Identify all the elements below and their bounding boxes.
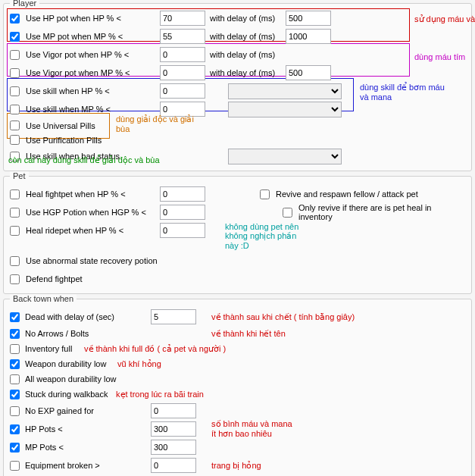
univ-pills-checkbox[interactable] [10, 121, 20, 130]
abnormal-checkbox[interactable] [10, 256, 20, 266]
mp-pot-value[interactable] [160, 29, 205, 44]
equip-broken-checkbox[interactable] [10, 461, 20, 471]
mp-pot-delay[interactable] [286, 29, 331, 44]
mp-pots-label: MP Pots < [25, 443, 64, 452]
no-exp-checkbox[interactable] [10, 406, 20, 416]
annotation-dead: về thành sau khi chết ( tính bằng giây) [211, 312, 355, 322]
no-exp-label: No EXP gained for [25, 406, 94, 415]
annotation-weapon: vũ khí hỏng [117, 359, 161, 369]
mp-pot-delay-label: with delay of (ms) [210, 32, 286, 41]
backtown-group-title: Back town when [10, 294, 77, 303]
skill-hp-select[interactable] [228, 83, 342, 99]
heal-fightpet-label: Heal fightpet when HP % < [26, 189, 126, 199]
skill-hp-value[interactable] [160, 83, 205, 99]
hgp-label: Use HGP Potion when HGP % < [26, 208, 146, 217]
hp-pot-checkbox[interactable] [10, 14, 20, 23]
annotation-pet-note: không dùng pet nên không nghịch phần này… [225, 222, 298, 250]
hgp-checkbox[interactable] [10, 208, 20, 218]
no-arrows-checkbox[interactable] [10, 329, 20, 339]
mp-pot-checkbox[interactable] [10, 32, 20, 42]
annotation-equip: trang bị hỏng [211, 461, 261, 471]
pet-group-title: Pet [10, 171, 29, 180]
skill-mp-label: Use skill when MP % < [26, 105, 111, 114]
mp-pots-value[interactable] [151, 440, 196, 455]
vigor-mp-value[interactable] [160, 65, 205, 80]
skill-bad-select[interactable] [228, 149, 342, 164]
skill-hp-checkbox[interactable] [10, 86, 20, 96]
annotation-badskill: còn cái này dùng skill để giải độc và bù… [8, 155, 160, 165]
heal-fightpet-value[interactable] [160, 186, 205, 202]
annotation-stuck: kẹt trong lúc ra bãi train [116, 390, 204, 399]
stuck-label: Stuck during walkback [25, 390, 108, 399]
annotation-inv: về thành khi full đồ ( cả pet và người ) [84, 344, 226, 354]
hp-pot-label: Use HP pot when HP % < [26, 14, 121, 23]
dead-label: Dead with delay of (sec) [25, 312, 114, 321]
mp-pot-label: Use MP pot when MP % < [26, 32, 123, 41]
pet-group: Pet Heal fightpet when HP % < Revive and… [3, 176, 472, 294]
annotation-skill: dùng skill để bơm máu và mana [360, 83, 445, 102]
revive-fellow-label: Revive and respawn fellow / attack pet [276, 189, 418, 199]
vigor-hp-delay-label: with delay of (ms) [210, 50, 286, 59]
mp-pots-checkbox[interactable] [10, 443, 20, 453]
vigor-mp-delay-label: with delay of (ms) [210, 68, 286, 77]
hp-pot-delay-label: with delay of (ms) [210, 14, 286, 23]
weapon-dur-checkbox[interactable] [10, 359, 20, 369]
all-weapon-dur-checkbox[interactable] [10, 374, 20, 384]
hp-pots-value[interactable] [151, 421, 196, 437]
equip-broken-value[interactable] [151, 458, 196, 473]
defend-fightpet-checkbox[interactable] [10, 274, 20, 284]
dead-checkbox[interactable] [10, 312, 20, 322]
only-revive-label: Only revive if there are is pet heal in … [298, 203, 467, 221]
annotation-hpmana: sử dụng máu và mana [414, 14, 475, 24]
purif-pills-checkbox[interactable] [10, 135, 20, 145]
vigor-hp-value[interactable] [160, 47, 205, 62]
annotation-arrows: về thành khi hết tên [211, 329, 286, 339]
backtown-group: Back town when Dead with delay of (sec) … [3, 299, 472, 476]
skill-mp-checkbox[interactable] [10, 105, 20, 114]
revive-fellow-checkbox[interactable] [260, 189, 270, 199]
hgp-value[interactable] [160, 205, 205, 220]
abnormal-label: Use abnormal state recovery potion [26, 256, 158, 265]
heal-ridepet-value[interactable] [160, 223, 205, 238]
heal-fightpet-checkbox[interactable] [10, 189, 20, 199]
skill-mp-select[interactable] [228, 102, 342, 117]
skill-hp-label: Use skill when HP % < [26, 86, 110, 96]
no-arrows-label: No Arrows / Bolts [25, 329, 89, 338]
annotation-pots: số bình máu và mana ít hơn bao nhiêu [211, 419, 292, 439]
weapon-dur-label: Weapon durability low [25, 359, 106, 368]
all-weapon-dur-label: All weapon durability low [25, 374, 116, 384]
vigor-hp-checkbox[interactable] [10, 50, 20, 60]
vigor-mp-checkbox[interactable] [10, 68, 20, 78]
annotation-pills: dùng giải độc và giải bùa [116, 114, 194, 133]
hp-pots-checkbox[interactable] [10, 424, 20, 434]
heal-ridepet-label: Heal ridepet when HP % < [26, 226, 123, 235]
dead-value[interactable] [151, 309, 196, 324]
only-revive-checkbox[interactable] [283, 208, 292, 218]
player-group-title: Player [10, 0, 39, 8]
hp-pot-value[interactable] [160, 11, 205, 26]
vigor-mp-delay[interactable] [286, 65, 331, 80]
stuck-checkbox[interactable] [10, 390, 20, 399]
univ-pills-label: Use Universal Pills [26, 121, 95, 130]
inv-full-label: Inventory full [25, 344, 72, 353]
vigor-mp-label: Use Vigor pot when MP % < [26, 68, 130, 77]
annotation-vigor: dùng máu tím [414, 52, 465, 61]
equip-broken-label: Equipment broken > [25, 461, 100, 470]
hp-pot-delay[interactable] [286, 11, 331, 26]
defend-fightpet-label: Defend fightpet [26, 274, 83, 283]
no-exp-value[interactable] [151, 403, 196, 418]
purif-pills-label: Use Purification Pills [26, 136, 102, 145]
hp-pots-label: HP Pots < [25, 424, 63, 434]
heal-ridepet-checkbox[interactable] [10, 226, 20, 236]
inv-full-checkbox[interactable] [10, 344, 20, 354]
vigor-hp-label: Use Vigor pot when HP % < [26, 50, 129, 59]
player-group: Player Use HP pot when HP % < with delay… [3, 3, 472, 171]
